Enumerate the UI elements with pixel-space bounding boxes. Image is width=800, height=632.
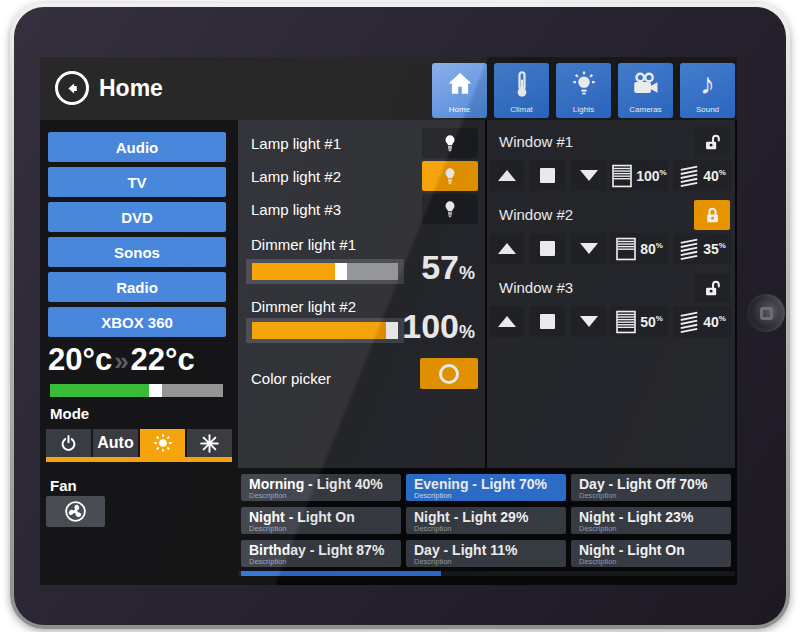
window3-up-button[interactable] xyxy=(489,306,524,337)
bulb-rays-icon xyxy=(569,63,599,105)
source-xbox-button[interactable]: XBOX 360 xyxy=(48,307,226,337)
lamp3-toggle-button[interactable] xyxy=(422,194,478,224)
triangle-down-icon xyxy=(580,316,598,327)
window1-slat-position: 40% xyxy=(673,160,731,191)
slats-icon xyxy=(678,310,700,334)
home-button-icon xyxy=(760,307,773,320)
music-note-icon: ♪ xyxy=(700,63,715,105)
scene-night-light-on-1[interactable]: Night - Light On Description xyxy=(241,507,401,534)
window3-lock-button[interactable] xyxy=(694,273,730,303)
lamp3-label: Lamp light #3 xyxy=(251,201,341,218)
scene-day-light-off-70[interactable]: Day - Light Off 70% Description xyxy=(571,474,731,501)
temperature-slider[interactable] xyxy=(50,384,223,397)
source-audio-button[interactable]: Audio xyxy=(48,132,226,162)
color-picker-label: Color picker xyxy=(251,370,331,387)
top-navigation: Home Climat Lights xyxy=(432,63,735,118)
dimmer2-slider[interactable] xyxy=(246,318,404,343)
target-temperature: 22°c xyxy=(131,342,195,378)
scene-grid: Morning - Light 40% Description Evening … xyxy=(241,474,731,567)
window2-label: Window #2 xyxy=(499,200,573,230)
mode-heat-button[interactable] xyxy=(140,429,185,457)
window1-down-button[interactable] xyxy=(571,160,606,191)
scene-scrollbar-track[interactable] xyxy=(238,571,735,576)
mode-cool-button[interactable] xyxy=(187,429,232,457)
dimmer1-fill xyxy=(252,263,335,280)
fan-button[interactable] xyxy=(46,496,105,527)
window1-stop-button[interactable] xyxy=(530,160,565,191)
bulb-icon xyxy=(440,166,460,186)
nav-lights-label: Lights xyxy=(573,105,594,114)
stop-icon xyxy=(540,168,555,183)
window2-lock-button[interactable] xyxy=(694,200,730,230)
nav-climat-label: Climat xyxy=(510,105,533,114)
window2-down-button[interactable] xyxy=(571,233,606,264)
source-radio-button[interactable]: Radio xyxy=(48,272,226,302)
dimmer2-handle[interactable] xyxy=(386,322,398,339)
lamp1-toggle-button[interactable] xyxy=(422,128,478,158)
slats-icon xyxy=(678,164,700,188)
window3-controls: 50% 40% xyxy=(487,306,735,337)
dimmer2-fill xyxy=(252,322,398,339)
scene-evening-light-70[interactable]: Evening - Light 70% Description xyxy=(406,474,566,501)
window3-down-button[interactable] xyxy=(571,306,606,337)
window1-label: Window #1 xyxy=(499,127,573,157)
source-tv-button[interactable]: TV xyxy=(48,167,226,197)
temperature-slider-fill xyxy=(50,384,149,397)
lights-panel: Lamp light #1 Lamp light #2 Lamp light #… xyxy=(238,120,485,468)
temperature-slider-handle[interactable] xyxy=(149,384,162,397)
scene-scrollbar-thumb[interactable] xyxy=(241,571,441,576)
window2-stop-button[interactable] xyxy=(530,233,565,264)
window2-blind-position: 80% xyxy=(610,233,668,264)
lamp-row: Lamp light #2 xyxy=(238,161,485,191)
scene-night-light-23[interactable]: Night - Light 23% Description xyxy=(571,507,731,534)
mode-accent-bar xyxy=(46,457,232,462)
scene-morning-light-40[interactable]: Morning - Light 40% Description xyxy=(241,474,401,501)
scene-day-light-11[interactable]: Day - Light 11% Description xyxy=(406,540,566,567)
window1-up-button[interactable] xyxy=(489,160,524,191)
color-picker-button[interactable] xyxy=(420,358,478,389)
dimmer1-handle[interactable] xyxy=(335,263,347,280)
scene-birthday-light-87[interactable]: Birthday - Light 87% Description xyxy=(241,540,401,567)
lamp2-toggle-button[interactable] xyxy=(422,161,478,191)
nav-lights-button[interactable]: Lights xyxy=(556,63,611,118)
stop-icon xyxy=(540,314,555,329)
back-button[interactable] xyxy=(55,71,89,105)
color-ring-icon xyxy=(439,364,459,384)
home-icon xyxy=(445,63,475,105)
window1-lock-button[interactable] xyxy=(694,127,730,157)
nav-climat-button[interactable]: Climat xyxy=(494,63,549,118)
window2-slat-position: 35% xyxy=(673,233,731,264)
triangle-down-icon xyxy=(580,243,598,254)
nav-sound-button[interactable]: ♪ Sound xyxy=(680,63,735,118)
scene-night-light-29[interactable]: Night - Light 29% Description xyxy=(406,507,566,534)
bulb-icon xyxy=(440,199,460,219)
mode-auto-button[interactable]: Auto xyxy=(93,429,138,457)
window3-blind-position: 50% xyxy=(610,306,668,337)
slats-icon xyxy=(678,237,700,261)
triangle-down-icon xyxy=(580,170,598,181)
window2-section: Window #2 80% 35% xyxy=(487,193,735,266)
windows-panel: Window #1 100% 40% xyxy=(487,120,735,468)
window3-stop-button[interactable] xyxy=(530,306,565,337)
window2-up-button[interactable] xyxy=(489,233,524,264)
blinds-icon xyxy=(611,164,633,188)
dimmer1-label: Dimmer light #1 xyxy=(251,236,356,253)
window1-section: Window #1 100% 40% xyxy=(487,120,735,193)
source-sonos-button[interactable]: Sonos xyxy=(48,237,226,267)
lamp-row: Lamp light #1 xyxy=(238,128,485,158)
device-home-button[interactable] xyxy=(747,294,785,332)
window3-section: Window #3 50% 40% xyxy=(487,266,735,339)
page-title: Home xyxy=(99,57,163,120)
window2-controls: 80% 35% xyxy=(487,233,735,264)
scene-night-light-on-2[interactable]: Night - Light On Description xyxy=(571,540,731,567)
mode-off-button[interactable] xyxy=(46,429,91,457)
back-arrow-icon xyxy=(63,79,82,98)
nav-home-button[interactable]: Home xyxy=(432,63,487,118)
fan-icon xyxy=(63,499,88,524)
blinds-icon xyxy=(615,237,637,261)
stop-icon xyxy=(540,241,555,256)
source-dvd-button[interactable]: DVD xyxy=(48,202,226,232)
lock-icon xyxy=(702,205,723,226)
dimmer1-slider[interactable] xyxy=(246,259,404,284)
nav-cameras-button[interactable]: Cameras xyxy=(618,63,673,118)
